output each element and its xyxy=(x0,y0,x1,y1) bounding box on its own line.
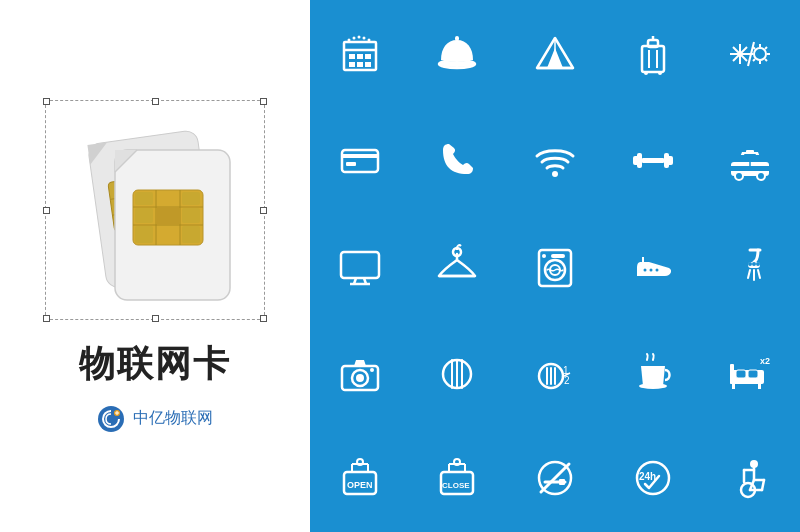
svg-marker-46 xyxy=(547,48,563,68)
svg-rect-133 xyxy=(758,384,761,389)
sim-image xyxy=(55,110,255,310)
svg-text:OPEN: OPEN xyxy=(347,480,373,490)
svg-text:CLOSE: CLOSE xyxy=(442,481,470,490)
brand-name: 中亿物联网 xyxy=(133,408,213,429)
sim-card-container xyxy=(45,100,265,320)
svg-rect-19 xyxy=(135,192,153,205)
svg-point-98 xyxy=(542,254,546,258)
handle-ml[interactable] xyxy=(43,207,50,214)
handle-br[interactable] xyxy=(260,315,267,322)
left-panel: 物联网卡 中亿物联网 xyxy=(0,0,310,532)
svg-rect-70 xyxy=(342,150,378,172)
restaurant-icon-cell[interactable] xyxy=(410,320,506,424)
handle-tl[interactable] xyxy=(43,98,50,105)
camera-icon-cell[interactable] xyxy=(312,320,408,424)
svg-rect-34 xyxy=(365,62,371,67)
handle-mr[interactable] xyxy=(260,207,267,214)
hotel-icon-cell[interactable] xyxy=(312,2,408,106)
credit-card-icon-cell[interactable] xyxy=(312,108,408,212)
brand-logo-icon xyxy=(97,405,125,433)
luggage-icon-cell[interactable] xyxy=(605,2,701,106)
svg-point-25 xyxy=(98,406,124,432)
svg-line-149 xyxy=(541,464,569,492)
svg-point-35 xyxy=(347,39,350,42)
svg-rect-128 xyxy=(730,370,764,384)
svg-rect-78 xyxy=(667,156,673,165)
shower-icon-cell[interactable] xyxy=(702,214,798,318)
svg-rect-49 xyxy=(648,40,658,47)
svg-point-38 xyxy=(362,37,365,40)
svg-line-107 xyxy=(758,270,760,278)
svg-rect-20 xyxy=(135,208,153,223)
svg-rect-75 xyxy=(637,153,642,168)
svg-rect-129 xyxy=(730,364,734,384)
svg-point-126 xyxy=(639,383,667,389)
svg-rect-29 xyxy=(349,54,355,59)
svg-rect-132 xyxy=(732,384,735,389)
gym-icon-cell[interactable] xyxy=(605,108,701,212)
climate-icon-cell[interactable] xyxy=(702,2,798,106)
taxi-icon-cell[interactable] xyxy=(702,108,798,212)
brand-row: 中亿物联网 xyxy=(97,405,213,433)
svg-point-54 xyxy=(658,71,662,75)
24h-icon-cell[interactable]: 24h xyxy=(605,426,701,530)
svg-point-73 xyxy=(552,171,558,177)
bed-icon-cell[interactable]: x2 xyxy=(702,320,798,424)
svg-point-109 xyxy=(752,262,756,266)
svg-rect-88 xyxy=(341,252,379,278)
svg-line-105 xyxy=(748,270,750,278)
svg-rect-76 xyxy=(642,158,664,163)
svg-point-103 xyxy=(655,269,658,272)
half-board-icon-cell[interactable]: 1 2 xyxy=(507,320,603,424)
svg-text:24h: 24h xyxy=(639,471,656,482)
svg-point-81 xyxy=(735,172,743,180)
handle-tm[interactable] xyxy=(152,98,159,105)
svg-line-66 xyxy=(765,59,767,61)
coffee-icon-cell[interactable] xyxy=(605,320,701,424)
room-service-icon-cell[interactable] xyxy=(410,2,506,106)
svg-point-82 xyxy=(757,172,765,180)
svg-point-36 xyxy=(352,37,355,40)
close-sign-icon-cell[interactable]: CLOSE xyxy=(410,426,506,530)
svg-point-144 xyxy=(454,459,460,465)
svg-rect-24 xyxy=(182,226,200,243)
page-title: 物联网卡 xyxy=(79,340,231,389)
svg-rect-131 xyxy=(748,370,758,378)
svg-rect-99 xyxy=(551,254,565,258)
svg-rect-23 xyxy=(182,208,200,223)
svg-rect-33 xyxy=(357,62,363,67)
svg-rect-84 xyxy=(746,150,754,154)
handle-bl[interactable] xyxy=(43,315,50,322)
no-smoking-icon-cell[interactable] xyxy=(507,426,603,530)
handle-bm[interactable] xyxy=(152,315,159,322)
svg-rect-48 xyxy=(642,46,664,72)
camping-icon-cell[interactable] xyxy=(507,2,603,106)
svg-rect-72 xyxy=(346,162,356,166)
svg-rect-130 xyxy=(736,370,746,378)
svg-point-108 xyxy=(748,262,752,266)
svg-rect-87 xyxy=(753,155,765,162)
svg-rect-41 xyxy=(455,36,459,41)
svg-line-67 xyxy=(765,47,767,49)
svg-line-68 xyxy=(753,59,755,61)
handle-tr[interactable] xyxy=(260,98,267,105)
svg-rect-21 xyxy=(135,226,153,243)
wheelchair-icon-cell[interactable] xyxy=(702,426,798,530)
washer-icon-cell[interactable] xyxy=(507,214,603,318)
svg-rect-31 xyxy=(365,54,371,59)
wifi-icon-cell[interactable] xyxy=(507,108,603,212)
open-sign-icon-cell[interactable]: OPEN xyxy=(312,426,408,530)
icon-grid: 1 2 x2 xyxy=(310,0,800,532)
svg-point-102 xyxy=(649,269,652,272)
svg-point-114 xyxy=(370,368,374,372)
svg-text:2: 2 xyxy=(564,375,570,386)
iron-icon-cell[interactable] xyxy=(605,214,701,318)
svg-rect-32 xyxy=(349,62,355,67)
svg-line-158 xyxy=(762,480,764,490)
svg-point-53 xyxy=(644,71,648,75)
hanger-icon-cell[interactable] xyxy=(410,214,506,318)
svg-rect-148 xyxy=(559,479,565,485)
svg-point-59 xyxy=(738,52,743,57)
phone-icon-cell[interactable] xyxy=(410,108,506,212)
tv-icon-cell[interactable] xyxy=(312,214,408,318)
